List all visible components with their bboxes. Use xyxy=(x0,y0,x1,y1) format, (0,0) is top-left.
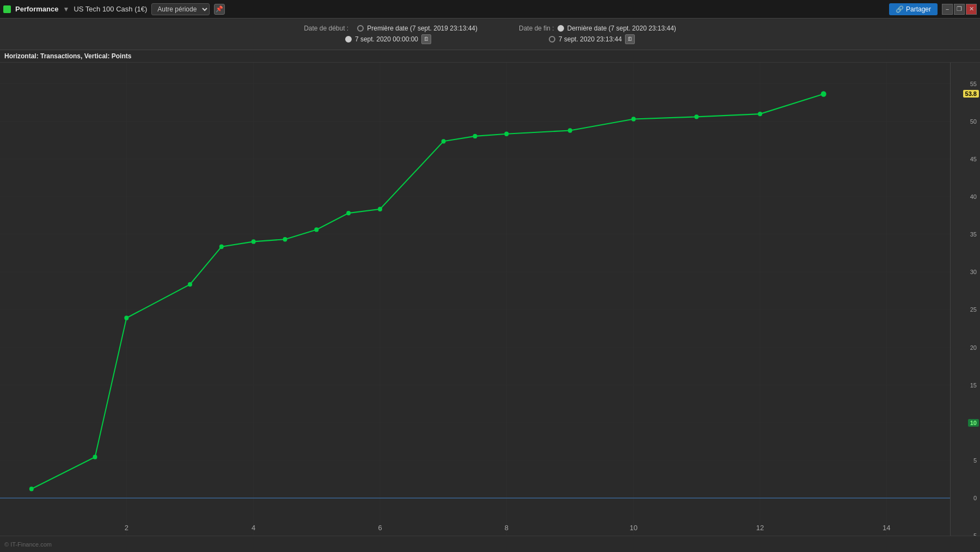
end-calendar-icon[interactable]: 🗓 xyxy=(625,34,635,44)
period-dropdown[interactable]: Autre période xyxy=(151,3,210,15)
horizontal-axis-value: Transactions xyxy=(40,52,81,60)
chart-svg: 2 4 6 8 10 12 14 xyxy=(0,63,950,536)
share-icon: 🔗 xyxy=(896,5,904,13)
restore-button[interactable]: ❐ xyxy=(954,4,965,15)
svg-text:10: 10 xyxy=(629,523,637,531)
svg-text:6: 6 xyxy=(378,523,382,531)
end-option2-group: 7 sept. 2020 23:13:44 🗓 xyxy=(549,34,635,44)
data-point xyxy=(188,282,192,287)
y-label-15: 15 xyxy=(970,382,977,389)
svg-text:12: 12 xyxy=(756,523,764,531)
y-axis: 55 53.8 50 45 40 35 30 25 20 15 10 5 0 -… xyxy=(950,63,980,536)
footer: © IT-Finance.com xyxy=(0,536,980,552)
start-date-value1: Première date (7 sept. 2019 23:13:44) xyxy=(367,25,477,32)
end-date-value2: 7 sept. 2020 23:13:44 xyxy=(559,35,622,43)
app-icon xyxy=(3,5,11,13)
y-badge-10: 10 xyxy=(968,419,979,427)
y-label-neg5: -5 xyxy=(971,532,977,536)
end-date-label: Date de fin : xyxy=(519,25,554,32)
main-layout: Date de début : Première date (7 sept. 2… xyxy=(0,19,980,552)
start-radio-2[interactable] xyxy=(345,36,352,43)
titlebar: Performance ▼ US Tech 100 Cash (1€) Autr… xyxy=(0,0,980,19)
end-date-value1: Dernière date (7 sept. 2020 23:13:44) xyxy=(567,25,676,32)
y-label-20: 20 xyxy=(970,344,977,351)
datebar: Date de début : Première date (7 sept. 2… xyxy=(0,19,980,50)
y-label-25: 25 xyxy=(970,306,977,313)
share-button[interactable]: 🔗 Partager xyxy=(889,3,938,15)
data-point xyxy=(219,245,224,249)
axis-separator: , Vertical: xyxy=(81,52,112,60)
data-point xyxy=(346,211,351,215)
y-label-45: 45 xyxy=(970,156,977,162)
data-point xyxy=(252,239,256,244)
minimize-button[interactable]: − xyxy=(942,4,953,15)
data-point xyxy=(442,139,446,143)
svg-text:2: 2 xyxy=(125,523,128,531)
performance-line xyxy=(32,94,824,489)
chart-and-yaxis: 2 4 6 8 10 12 14 xyxy=(0,63,980,536)
instrument-name: US Tech 100 Cash (1€) xyxy=(74,5,147,13)
end-option1-group: Date de fin : Dernière date (7 sept. 202… xyxy=(519,25,676,32)
y-label-30: 30 xyxy=(970,269,977,275)
start-date-row: Date de début : Première date (7 sept. 2… xyxy=(304,25,676,32)
y-label-50: 50 xyxy=(970,118,977,125)
data-point xyxy=(758,112,762,116)
y-label-40: 40 xyxy=(970,193,977,200)
start-radio-1[interactable] xyxy=(357,25,364,32)
pin-button[interactable]: 📌 xyxy=(214,4,225,15)
y-label-35: 35 xyxy=(970,231,977,238)
window-controls: − ❐ ✕ xyxy=(942,4,977,15)
dropdown-arrow[interactable]: ▼ xyxy=(63,5,69,13)
data-point xyxy=(504,132,509,136)
start-option2-group: 7 sept. 2020 00:00:00 🗓 xyxy=(345,34,431,44)
credit-text: © IT-Finance.com xyxy=(4,541,52,548)
data-point xyxy=(473,134,477,138)
data-point xyxy=(124,316,128,320)
y-label-55: 55 xyxy=(970,81,977,87)
y-label-5: 5 xyxy=(973,457,977,464)
data-point xyxy=(93,454,97,459)
data-point xyxy=(694,114,699,119)
svg-text:4: 4 xyxy=(252,523,255,531)
start-calendar-icon[interactable]: 🗓 xyxy=(421,34,431,44)
date-row-2: 7 sept. 2020 00:00:00 🗓 7 sept. 2020 23:… xyxy=(345,34,635,44)
data-point xyxy=(568,128,572,132)
data-point-last xyxy=(821,91,826,96)
close-button[interactable]: ✕ xyxy=(966,4,977,15)
y-badge-current: 53.8 xyxy=(963,90,979,98)
horizontal-axis-prefix: Horizontal: xyxy=(4,52,40,60)
y-label-0: 0 xyxy=(973,495,977,501)
start-option1-group: Première date (7 sept. 2019 23:13:44) xyxy=(357,25,477,32)
data-point xyxy=(283,237,287,241)
data-point xyxy=(632,117,636,121)
axis-label: Horizontal: Transactions, Vertical: Poin… xyxy=(0,50,980,63)
svg-text:8: 8 xyxy=(505,523,509,531)
app-name: Performance xyxy=(15,5,58,13)
end-radio-1[interactable] xyxy=(558,25,564,32)
end-radio-2[interactable] xyxy=(549,36,555,43)
start-date-label: Date de début : xyxy=(304,25,348,32)
chart-area[interactable]: 2 4 6 8 10 12 14 xyxy=(0,63,950,536)
data-point xyxy=(29,487,34,491)
svg-text:14: 14 xyxy=(883,523,890,531)
data-point xyxy=(378,207,382,211)
vertical-axis-value: Points xyxy=(112,52,132,60)
start-date-value2: 7 sept. 2020 00:00:00 xyxy=(355,35,418,43)
data-point xyxy=(314,227,318,232)
chart-section: Horizontal: Transactions, Vertical: Poin… xyxy=(0,50,980,536)
